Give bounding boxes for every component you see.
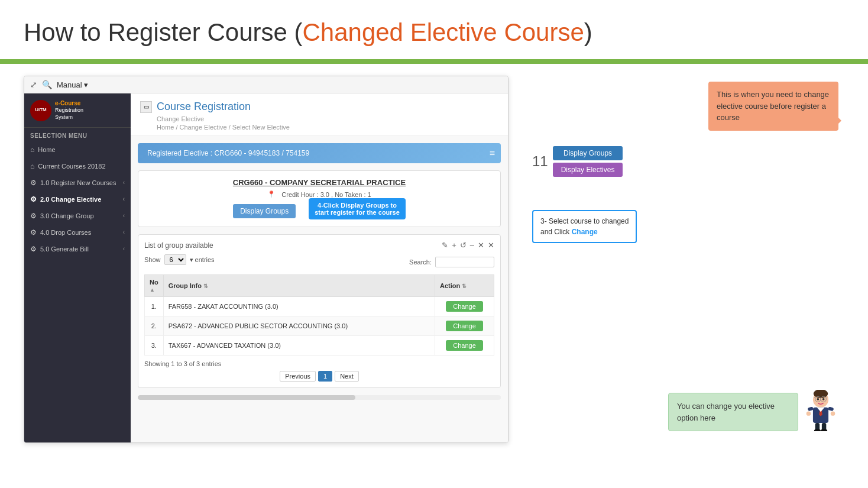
sidebar-item-current-courses[interactable]: ⌂ Current Courses 20182 [24, 158, 131, 174]
expand-icon[interactable]: ⤢ [30, 80, 37, 89]
entries-select[interactable]: 6 [164, 254, 186, 265]
row3-action: Change [435, 336, 494, 356]
sidebar-item-change-elective[interactable]: ⚙ 2.0 Change Elective ‹ [24, 191, 131, 208]
row3-change-button[interactable]: Change [446, 340, 483, 351]
browser-chrome: ⤢ 🔍 Manual ▾ [24, 76, 508, 93]
show-search-row: Show 6 ▾ entries Search: [144, 254, 494, 270]
svg-point-2 [817, 398, 819, 400]
display-groups-annotation-button[interactable]: Display Groups [553, 146, 623, 160]
entries-label: ▾ entries [190, 256, 215, 264]
table-header: List of group available ✎ + ↺ – ✕ ✕ [144, 241, 494, 250]
search-input[interactable] [435, 257, 494, 267]
sort-action[interactable]: ⇅ [462, 283, 467, 289]
close-icon-1[interactable]: ✕ [478, 241, 484, 250]
app-layout: UiTM e-Course Registration System SELECT… [24, 93, 508, 442]
table-body: 1. FAR658 - ZAKAT ACCOUNTING (3.0) Chang… [145, 297, 494, 356]
svg-rect-8 [828, 407, 834, 412]
table-row: 3. TAX667 - ADVANCED TAXATION (3.0) Chan… [145, 336, 494, 356]
table-footer: Showing 1 to 3 of 3 entries [144, 360, 494, 367]
title-prefix: How to Register Course ( [24, 18, 303, 46]
sidebar-label-change-elective: 2.0 Change Elective [40, 196, 119, 203]
home-icon: ⌂ [30, 146, 34, 154]
arrow-drop: ‹ [123, 229, 125, 235]
step3-callout-box: 3- Select course to changed and Click Ch… [532, 210, 637, 243]
pagination-page-1[interactable]: 1 [318, 371, 332, 382]
pagination-prev[interactable]: Previous [280, 371, 316, 382]
sidebar-item-generate-bill[interactable]: ⚙ 5.0 Generate Bill ‹ [24, 241, 131, 257]
sidebar-label-bill: 5.0 Generate Bill [40, 245, 119, 253]
pin-icon: 📍 [267, 190, 276, 198]
page-title-area: How to Register Course (Changed Elective… [0, 0, 868, 53]
sidebar-label-home: Home [38, 146, 125, 153]
row2-no: 2. [145, 316, 164, 336]
banner-menu-icon[interactable]: ≡ [490, 148, 495, 159]
horizontal-scrollbar[interactable] [138, 395, 501, 400]
svg-point-9 [807, 412, 811, 416]
page-header-icon: ▭ [140, 101, 152, 113]
col-group-label: Group Info [169, 282, 202, 289]
breadcrumb: Home / Change Elective / Select New Elec… [157, 124, 498, 131]
header-icon-glyph: ▭ [144, 104, 149, 110]
register-icon: ⚙ [30, 179, 37, 187]
display-groups-button[interactable]: Display Groups [233, 204, 296, 218]
step3-line2: and Click [540, 228, 572, 236]
add-icon[interactable]: + [452, 241, 456, 250]
table-row: 2. PSA672 - ADVANCED PUBLIC SECTOR ACCOU… [145, 316, 494, 336]
character-illustration [803, 390, 838, 431]
row3-group-info: TAX667 - ADVANCED TAXATION (3.0) [163, 336, 435, 356]
browser-address-bar[interactable]: Manual ▾ [57, 80, 88, 89]
sidebar: UiTM e-Course Registration System SELECT… [24, 93, 131, 442]
col-no-label: No [150, 279, 158, 286]
green-bar [0, 59, 868, 64]
browser-mockup: ⤢ 🔍 Manual ▾ UiTM e-Course Registration … [24, 76, 509, 443]
elective-banner: Registered Elective : CRG660 - 94945183 … [138, 143, 501, 163]
sidebar-label-change-group: 3.0 Change Group [40, 212, 119, 219]
table-title: List of group available [144, 241, 213, 250]
search-icon[interactable]: 🔍 [42, 80, 52, 89]
bottom-annotation-text: You can change you elective option here [677, 402, 775, 422]
svg-rect-7 [808, 407, 814, 412]
sidebar-item-register-courses[interactable]: ⚙ 1.0 Register New Courses ‹ [24, 174, 131, 191]
row2-change-button[interactable]: Change [446, 321, 483, 331]
row1-change-button[interactable]: Change [446, 301, 483, 312]
step3-line1: 3- Select course to changed [540, 217, 629, 225]
arrow-change-elective: ‹ [123, 196, 125, 202]
sort-group[interactable]: ⇅ [203, 283, 208, 289]
step3-highlight: Change [572, 228, 598, 236]
display-buttons-area: 11 Display Groups Display Electives [520, 146, 844, 177]
sidebar-item-change-group[interactable]: ⚙ 3.0 Change Group ‹ [24, 208, 131, 224]
course-action-area: Display Groups 4-Click Display Groups to… [148, 198, 491, 219]
col-header-group-info: Group Info ⇅ [163, 275, 435, 297]
logo-line1: e-Course [55, 99, 83, 107]
sidebar-item-home[interactable]: ⌂ Home [24, 141, 131, 158]
sidebar-section-title: SELECTION MENU [24, 128, 131, 141]
refresh-icon[interactable]: ↺ [460, 241, 467, 250]
banner-text: Registered Elective : CRG660 - 94945183 … [147, 149, 309, 157]
col-header-no: No ▲ [145, 275, 164, 297]
display-electives-annotation-button[interactable]: Display Electives [553, 163, 623, 177]
change-elective-icon: ⚙ [30, 195, 37, 203]
table-area: List of group available ✎ + ↺ – ✕ ✕ Show [138, 234, 501, 388]
callout-display-groups: 4-Click Display Groups tostart register … [309, 198, 406, 219]
pagination-next[interactable]: Next [335, 371, 359, 382]
table-icons: ✎ + ↺ – ✕ ✕ [442, 241, 494, 250]
page-header-title: Course Registration [157, 101, 251, 113]
row3-no: 3. [145, 336, 164, 356]
page-header: ▭ Course Registration Change Elective Ho… [131, 93, 508, 136]
sidebar-item-drop-courses[interactable]: ⚙ 4.0 Drop Courses ‹ [24, 224, 131, 241]
sort-no[interactable]: ▲ [150, 287, 155, 293]
edit-icon[interactable]: ✎ [442, 241, 448, 250]
close-icon-2[interactable]: ✕ [488, 241, 494, 250]
logo-text: e-Course Registration System [55, 99, 83, 121]
search-label: Search: [409, 258, 432, 266]
show-label: Show [144, 256, 161, 263]
top-annotation-text: This is when you need to change elective… [717, 90, 829, 122]
minus-icon[interactable]: – [470, 241, 474, 250]
row1-no: 1. [145, 297, 164, 316]
courses-icon: ⌂ [30, 162, 34, 170]
top-annotation-box: This is when you need to change elective… [708, 82, 838, 131]
row2-group-info: PSA672 - ADVANCED PUBLIC SECTOR ACCOUNTI… [163, 316, 435, 336]
bottom-annotation-box: You can change you elective option here [668, 393, 798, 431]
pagination: Previous 1 Next [144, 371, 494, 382]
row1-group-info: FAR658 - ZAKAT ACCOUNTING (3.0) [163, 297, 435, 316]
